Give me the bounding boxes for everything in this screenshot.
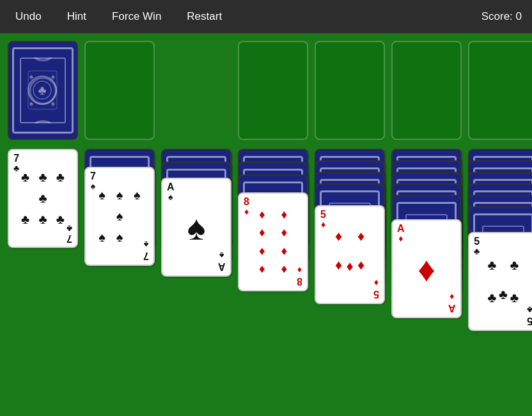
svg-text:♣: ♣: [38, 83, 47, 97]
card-8-diamonds[interactable]: 8 ♦ ♦ ♦ ♦ ♦ ♦ ♦ ♦ ♦ 8: [238, 192, 308, 291]
game-area: ♣ ♠ ♠ ♠ ♠: [0, 33, 532, 385]
tableau-col-3: A ♠ ♠ A ♠: [161, 149, 231, 341]
waste-pile[interactable]: [84, 41, 155, 140]
top-row: ♣ ♠ ♠ ♠ ♠: [8, 41, 524, 140]
toolbar: Undo Hint Force Win Restart Score: 0: [0, 0, 532, 33]
card-ace-spades[interactable]: A ♠ ♠ A ♠: [161, 178, 231, 277]
hint-button[interactable]: Hint: [62, 8, 91, 26]
foundation-1[interactable]: [238, 41, 308, 140]
card-7-spades[interactable]: 7 ♠ ♠ ♠ ♠ ♠ ♠ ♠: [84, 167, 155, 266]
svg-text:♠: ♠: [51, 99, 56, 108]
tableau-col-5: 5 ♦ ♦ ♦ ♦ ♦ ♦ 5 ♦: [315, 149, 385, 347]
tableau-col-1: 7 ♣ ♣ ♣ ♣ ♣ ♣ ♣ ♣: [8, 149, 78, 341]
svg-text:♠: ♠: [51, 72, 56, 81]
foundation-2[interactable]: [315, 41, 385, 140]
force-win-button[interactable]: Force Win: [107, 8, 166, 26]
score-display: Score: 0: [481, 10, 522, 23]
card-7-clubs[interactable]: 7 ♣ ♣ ♣ ♣ ♣ ♣ ♣ ♣: [8, 149, 78, 248]
svg-text:♠: ♠: [29, 99, 34, 108]
foundation-3[interactable]: [391, 41, 462, 140]
tableau-col-6: A ♦ ♦ A ♦: [391, 149, 462, 366]
tableau-col-2: 7 ♠ ♠ ♠ ♠ ♠ ♠ ♠: [84, 149, 155, 341]
foundation-4[interactable]: [468, 41, 532, 140]
undo-button[interactable]: Undo: [10, 8, 47, 26]
svg-text:♠: ♠: [29, 72, 34, 81]
tableau: 7 ♣ ♣ ♣ ♣ ♣ ♣ ♣ ♣: [8, 149, 524, 385]
tableau-col-4: 8 ♦ ♦ ♦ ♦ ♦ ♦ ♦ ♦ ♦ 8: [238, 149, 308, 341]
tableau-col-7: 5 ♣ ♣ ♣ ♣ ♣ ♣ 5 ♣: [468, 149, 532, 385]
card-5-diamonds[interactable]: 5 ♦ ♦ ♦ ♦ ♦ ♦ 5 ♦: [315, 205, 385, 304]
card-ace-diamonds[interactable]: A ♦ ♦ A ♦: [391, 219, 462, 318]
restart-button[interactable]: Restart: [182, 8, 227, 26]
card-5-clubs[interactable]: 5 ♣ ♣ ♣ ♣ ♣ ♣ 5 ♣: [468, 232, 532, 331]
stock-pile[interactable]: ♣ ♠ ♠ ♠ ♠: [8, 41, 78, 140]
